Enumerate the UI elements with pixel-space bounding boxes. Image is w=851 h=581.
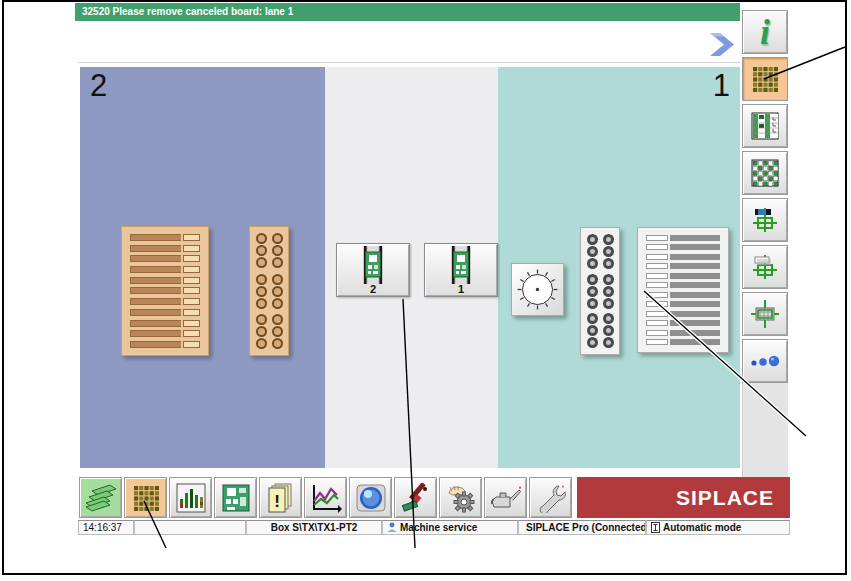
board-stack-icon	[84, 483, 118, 513]
sidebar-button-info[interactable]: i	[742, 10, 788, 54]
message-text: 32520 Please remove canceled board: lane…	[82, 6, 293, 17]
toolbar-button-station-grid[interactable]	[124, 477, 167, 518]
toolbar-button-error-list[interactable]: !	[259, 477, 302, 518]
nozzle-group	[250, 274, 288, 309]
nozzle-pin	[603, 337, 614, 348]
toolbar-button-lubrication[interactable]	[484, 477, 527, 518]
svg-text:!: !	[274, 492, 280, 511]
sidebar-button-station-grid[interactable]	[742, 57, 788, 101]
component-light-icon	[750, 252, 780, 282]
sidebar-button-board-grid[interactable]	[742, 292, 788, 336]
nozzle-pin	[272, 286, 283, 297]
info-icon: i	[760, 14, 770, 50]
toolbar-button-pcb-view[interactable]	[214, 477, 257, 518]
board-slot	[130, 287, 200, 294]
status-mode: Automatic mode	[646, 520, 790, 535]
nozzle-pin	[256, 298, 267, 309]
nozzle-pin	[603, 258, 614, 269]
nozzle-pin	[256, 245, 267, 256]
toolbar-button-manual-service[interactable]	[439, 477, 482, 518]
trend-icon	[310, 483, 342, 513]
nozzle-pin	[587, 258, 598, 269]
mode-icon	[651, 522, 660, 533]
forward-chevron-icon[interactable]	[708, 33, 736, 56]
toolbar-button-maintenance[interactable]	[529, 477, 572, 518]
nozzle-pin	[587, 298, 598, 309]
wrench-icon	[535, 483, 567, 513]
oil-can-icon	[490, 483, 522, 513]
board-slot	[130, 309, 200, 316]
lane-2-region: 2	[80, 67, 325, 468]
nozzle-pin	[603, 246, 614, 257]
board-slot	[646, 311, 720, 317]
pcb-icon	[221, 483, 251, 513]
nozzle-group	[250, 233, 288, 268]
toolbar-button-camera[interactable]	[349, 477, 392, 518]
nozzle-pin	[587, 337, 598, 348]
board-slot	[646, 330, 720, 336]
nozzle-pin	[256, 314, 267, 325]
board-slot	[130, 320, 200, 327]
conveyor-button-2[interactable]: 2	[336, 243, 410, 297]
brand-logo: SIPLACE	[676, 486, 774, 510]
hand-gear-icon	[445, 483, 477, 513]
nozzle-group	[581, 274, 619, 309]
sidebar-button-trace-dots[interactable]	[742, 339, 788, 383]
board-slot	[646, 263, 720, 269]
board-slot	[646, 339, 720, 345]
toolbar-button-statistics[interactable]	[169, 477, 212, 518]
nozzle-pin	[272, 233, 283, 244]
board-slot	[130, 330, 200, 337]
feeder-table-icon	[751, 112, 779, 140]
board-slot	[130, 255, 200, 262]
sidebar-filler	[742, 383, 788, 477]
nozzle-pin	[256, 274, 267, 285]
nozzle-pin	[587, 325, 598, 336]
nozzle-pin	[256, 338, 267, 349]
nozzle-group	[581, 313, 619, 348]
lane2-circle-board[interactable]	[249, 226, 289, 356]
nozzle-pin	[587, 286, 598, 297]
lane1-circle-board[interactable]	[580, 227, 620, 355]
board-slot	[130, 341, 200, 348]
nozzle-pin	[587, 274, 598, 285]
nozzle-pin	[603, 313, 614, 324]
conveyor-button-1[interactable]: 1	[424, 243, 498, 297]
dots-icon	[750, 353, 780, 369]
application-window: 32520 Please remove canceled board: lane…	[0, 0, 851, 581]
cleaning-tool-icon	[401, 483, 431, 513]
sidebar-button-component-light[interactable]	[742, 245, 788, 289]
nozzle-pin	[587, 313, 598, 324]
nozzle-pin	[603, 274, 614, 285]
message-bar: 32520 Please remove canceled board: lane…	[75, 3, 740, 21]
conveyor-button-1-label: 1	[425, 283, 497, 295]
rotary-head-dial[interactable]	[511, 263, 564, 316]
nozzle-pin	[272, 274, 283, 285]
nozzle-pin	[603, 325, 614, 336]
nozzle-pin	[256, 257, 267, 268]
conveyor-button-2-label: 2	[337, 283, 409, 295]
sidebar-button-feeder-table[interactable]	[742, 104, 788, 148]
board-slot	[646, 320, 720, 326]
nozzle-pin	[256, 233, 267, 244]
nozzle-pin	[272, 338, 283, 349]
sidebar-button-component-table[interactable]	[742, 151, 788, 195]
main-panel-divider	[78, 62, 740, 63]
nozzle-pin	[272, 326, 283, 337]
status-empty	[134, 520, 246, 535]
board-slot	[130, 277, 200, 284]
sidebar-button-component-dark[interactable]	[742, 198, 788, 242]
toolbar-button-cleaning-tool[interactable]	[394, 477, 437, 518]
toolbar-button-board-stack[interactable]	[79, 477, 122, 518]
lane2-slat-board[interactable]	[121, 226, 209, 356]
board-grid-icon	[750, 299, 780, 329]
conveyor-board-icon	[444, 246, 478, 284]
statistics-icon	[176, 483, 206, 513]
board-slot	[646, 273, 720, 279]
nozzle-pin	[603, 286, 614, 297]
board-slot	[646, 301, 720, 307]
toolbar-button-trend-chart[interactable]	[304, 477, 347, 518]
board-slot	[646, 282, 720, 288]
lane1-slat-board[interactable]	[637, 227, 729, 353]
board-slot	[646, 254, 720, 260]
